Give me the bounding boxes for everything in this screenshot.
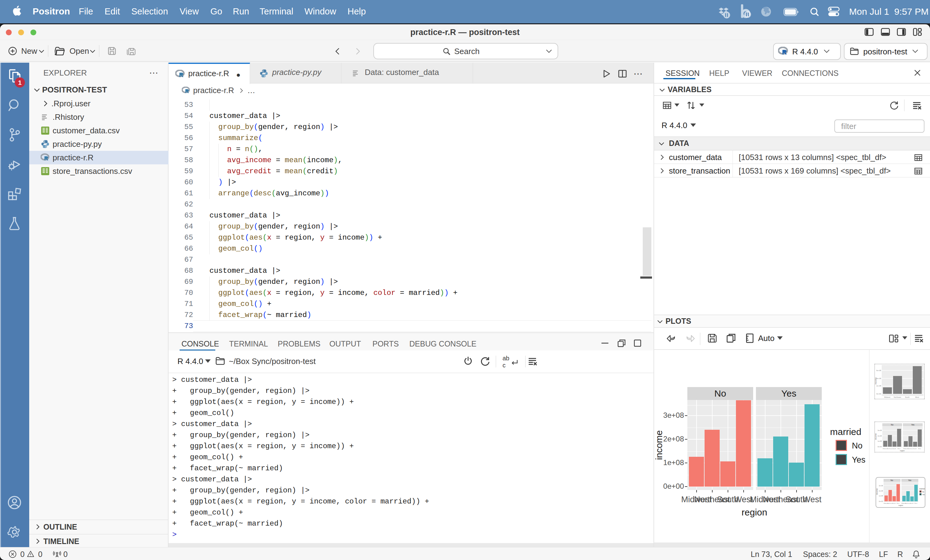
svg-text:Northeast: Northeast [894, 396, 901, 398]
svg-text:No: No [891, 479, 893, 481]
svg-text:Midwest: Midwest [884, 396, 891, 398]
svg-text:married: married [919, 488, 925, 489]
svg-text:West: West [896, 503, 899, 504]
svg-text:Northeast: Northeast [908, 448, 913, 450]
svg-text:South: South [893, 503, 896, 504]
svg-text:South: South [913, 448, 917, 450]
svg-text:2e+08: 2e+08 [879, 490, 883, 492]
svg-text:No: No [891, 423, 894, 426]
svg-text:South: South [905, 396, 909, 398]
svg-text:South: South [893, 448, 896, 450]
svg-text:West: West [915, 396, 919, 398]
svg-text:region: region [898, 505, 903, 506]
svg-text:South: South [910, 503, 914, 504]
svg-text:1e+08: 1e+08 [879, 495, 883, 497]
svg-text:0e+00: 0e+00 [878, 446, 882, 448]
svg-text:Yes: Yes [911, 423, 915, 426]
svg-text:0e+00: 0e+00 [879, 501, 883, 502]
svg-text:2e+08: 2e+08 [878, 435, 882, 437]
svg-text:3e+08: 3e+08 [879, 485, 883, 486]
svg-text:region: region [900, 450, 904, 451]
svg-text:4e+08: 4e+08 [876, 377, 881, 379]
svg-text:West: West [898, 448, 901, 450]
svg-text:No: No [922, 491, 924, 493]
svg-text:Northeast: Northeast [887, 448, 893, 450]
svg-text:income: income [875, 433, 877, 440]
svg-text:2e+08: 2e+08 [876, 385, 881, 387]
svg-text:0e+00: 0e+00 [876, 393, 881, 395]
svg-text:Yes: Yes [922, 494, 925, 496]
svg-text:Yes: Yes [908, 479, 912, 481]
svg-text:West: West [918, 448, 921, 450]
svg-text:West: West [914, 503, 918, 504]
svg-text:6e+08: 6e+08 [876, 370, 881, 371]
svg-text:1e+08: 1e+08 [878, 440, 882, 442]
svg-text:3e+08: 3e+08 [878, 430, 882, 431]
svg-text:income: income [876, 488, 878, 494]
